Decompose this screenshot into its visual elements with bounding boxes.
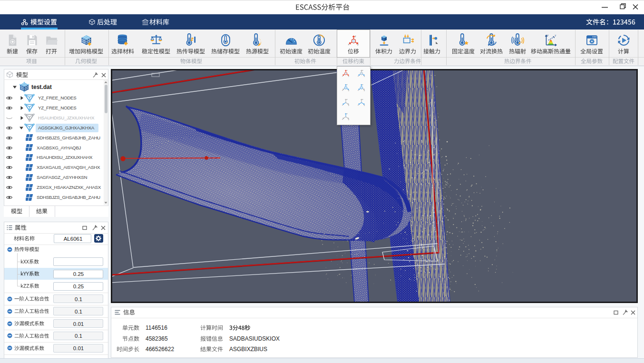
svg-text:y: y — [348, 75, 349, 77]
svg-text:y: y — [348, 104, 349, 106]
svg-text:y: y — [357, 43, 359, 46]
svg-text:z: z — [547, 34, 548, 37]
svg-text:y: y — [348, 89, 349, 91]
svg-text:y: y — [348, 118, 349, 120]
svg-text:z: z — [346, 69, 347, 71]
svg-text:z: z — [346, 98, 347, 100]
svg-text:z: z — [346, 84, 347, 86]
svg-text:z: z — [362, 98, 363, 100]
svg-text:y: y — [364, 104, 365, 106]
svg-text:y: y — [364, 75, 365, 77]
svg-text:z: z — [362, 84, 363, 86]
svg-text:z: z — [354, 35, 356, 38]
svg-text:z: z — [362, 69, 363, 71]
svg-text:y: y — [364, 89, 365, 91]
svg-text:y: y — [555, 34, 556, 37]
svg-text:z: z — [346, 113, 347, 115]
